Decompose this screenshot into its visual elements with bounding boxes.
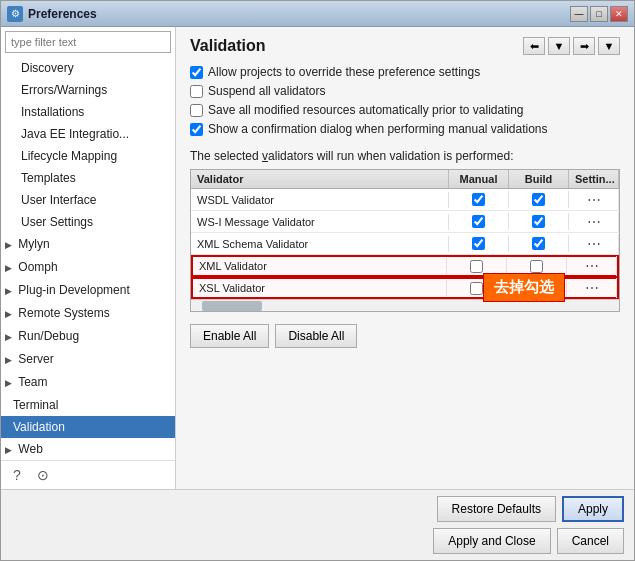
sidebar-item-validation[interactable]: Validation	[1, 416, 175, 438]
sidebar-item-server[interactable]: ▶ Server	[1, 348, 175, 371]
sidebar-item-remote-systems[interactable]: ▶ Remote Systems	[1, 302, 175, 325]
row-xml-name: XML Validator	[193, 258, 447, 274]
enable-disable-buttons: Enable All Disable All	[190, 324, 620, 348]
server-arrow: ▶	[5, 351, 15, 369]
bottom-bar: Restore Defaults Apply Apply and Close C…	[1, 489, 634, 560]
show-confirmation-label: Show a confirmation dialog when performi…	[208, 122, 548, 136]
dropdown-button[interactable]: ▼	[548, 37, 570, 55]
maximize-button[interactable]: □	[590, 6, 608, 22]
save-all-label: Save all modified resources automaticall…	[208, 103, 524, 117]
minimize-button[interactable]: —	[570, 6, 588, 22]
panel-title: Validation	[190, 37, 266, 55]
sidebar-bottom-icons: ? ⊙	[1, 460, 175, 489]
preferences-icon[interactable]: ⊙	[33, 465, 53, 485]
sidebar-item-plugin-development[interactable]: ▶ Plug-in Development	[1, 279, 175, 302]
checkbox-allow-override: Allow projects to override these prefere…	[190, 65, 620, 79]
row-xmlschema-build[interactable]	[509, 235, 569, 252]
bottom-row2: Apply and Close Cancel	[11, 528, 624, 554]
enable-all-button[interactable]: Enable All	[190, 324, 269, 348]
oomph-arrow: ▶	[5, 259, 15, 277]
table-header: Validator Manual Build Settin...	[191, 170, 619, 189]
show-confirmation-checkbox[interactable]	[190, 123, 203, 136]
sidebar: Discovery Errors/Warnings Installations …	[1, 27, 176, 489]
row-xml-settings[interactable]: ⋯	[567, 256, 617, 276]
row-xmlschema-name: XML Schema Validator	[191, 236, 449, 252]
sidebar-item-discovery[interactable]: Discovery	[1, 57, 175, 79]
sidebar-item-oomph[interactable]: ▶ Oomph	[1, 256, 175, 279]
checkbox-suspend-all: Suspend all validators	[190, 84, 620, 98]
annotation-box: 去掉勾选	[483, 273, 565, 302]
sidebar-item-mylyn[interactable]: ▶ Mylyn	[1, 233, 175, 256]
row-wsdl-build[interactable]	[509, 191, 569, 208]
apply-button[interactable]: Apply	[562, 496, 624, 522]
table-row-xmlschema: XML Schema Validator ⋯	[191, 233, 619, 255]
search-input[interactable]	[5, 31, 171, 53]
close-button[interactable]: ✕	[610, 6, 628, 22]
row-wsi-settings[interactable]: ⋯	[569, 212, 619, 232]
col-manual: Manual	[449, 170, 509, 188]
allow-override-checkbox[interactable]	[190, 66, 203, 79]
back-button[interactable]: ⬅	[523, 37, 545, 55]
checkbox-show-confirmation: Show a confirmation dialog when performi…	[190, 122, 620, 136]
disable-all-button[interactable]: Disable All	[275, 324, 357, 348]
sidebar-item-errors-warnings[interactable]: Errors/Warnings	[1, 79, 175, 101]
row-xml-build[interactable]	[507, 258, 567, 275]
sidebar-item-web[interactable]: ▶ Web	[1, 438, 175, 460]
table-row-wsdl: WSDL Validator ⋯	[191, 189, 619, 211]
web-arrow: ▶	[5, 441, 15, 459]
row-wsi-manual[interactable]	[449, 213, 509, 230]
col-build: Build	[509, 170, 569, 188]
row-xmlschema-settings[interactable]: ⋯	[569, 234, 619, 254]
row-wsdl-manual[interactable]	[449, 191, 509, 208]
sidebar-item-run-debug[interactable]: ▶ Run/Debug	[1, 325, 175, 348]
plugin-arrow: ▶	[5, 282, 15, 300]
titlebar-buttons: — □ ✕	[570, 6, 628, 22]
cancel-button[interactable]: Cancel	[557, 528, 624, 554]
row-wsi-name: WS-I Message Validator	[191, 214, 449, 230]
col-settings: Settin...	[569, 170, 619, 188]
panel-header: Validation ⬅ ▼ ➡ ▼	[190, 37, 620, 55]
sidebar-item-java-ee[interactable]: Java EE Integratio...	[1, 123, 175, 145]
preferences-window: ⚙ Preferences — □ ✕ Discovery Errors/War…	[0, 0, 635, 561]
checkbox-save-all: Save all modified resources automaticall…	[190, 103, 620, 117]
bottom-row1: Restore Defaults Apply	[11, 496, 624, 522]
mylyn-arrow: ▶	[5, 236, 15, 254]
sidebar-item-installations[interactable]: Installations	[1, 101, 175, 123]
col-validator: Validator	[191, 170, 449, 188]
allow-override-label: Allow projects to override these prefere…	[208, 65, 480, 79]
main-panel: Validation ⬅ ▼ ➡ ▼ Allow projects to ove…	[176, 27, 634, 489]
apply-and-close-button[interactable]: Apply and Close	[433, 528, 550, 554]
sidebar-item-team[interactable]: ▶ Team	[1, 371, 175, 394]
table-row-wsi: WS-I Message Validator ⋯	[191, 211, 619, 233]
sidebar-item-user-interface[interactable]: User Interface	[1, 189, 175, 211]
row-wsdl-settings[interactable]: ⋯	[569, 190, 619, 210]
validators-label: The selected validators will run when va…	[190, 149, 620, 163]
sidebar-item-templates[interactable]: Templates	[1, 167, 175, 189]
window-title: Preferences	[28, 7, 570, 21]
titlebar: ⚙ Preferences — □ ✕	[1, 1, 634, 27]
help-icon[interactable]: ?	[7, 465, 27, 485]
nav-buttons: ⬅ ▼ ➡ ▼	[523, 37, 620, 55]
sidebar-item-terminal[interactable]: Terminal	[1, 394, 175, 416]
suspend-all-label: Suspend all validators	[208, 84, 325, 98]
run-arrow: ▶	[5, 328, 15, 346]
sidebar-item-user-settings[interactable]: User Settings	[1, 211, 175, 233]
window-icon: ⚙	[7, 6, 23, 22]
row-xml-manual[interactable]	[447, 258, 507, 275]
tree-area: Discovery Errors/Warnings Installations …	[1, 57, 175, 460]
team-arrow: ▶	[5, 374, 15, 392]
sidebar-item-lifecycle-mapping[interactable]: Lifecycle Mapping	[1, 145, 175, 167]
save-all-checkbox[interactable]	[190, 104, 203, 117]
row-wsdl-name: WSDL Validator	[191, 192, 449, 208]
table-scrollbar-thumb	[202, 301, 262, 311]
suspend-all-checkbox[interactable]	[190, 85, 203, 98]
row-xsl-name: XSL Validator	[193, 280, 447, 296]
menu-button[interactable]: ▼	[598, 37, 620, 55]
row-xmlschema-manual[interactable]	[449, 235, 509, 252]
row-wsi-build[interactable]	[509, 213, 569, 230]
remote-arrow: ▶	[5, 305, 15, 323]
restore-defaults-button[interactable]: Restore Defaults	[437, 496, 556, 522]
forward-button[interactable]: ➡	[573, 37, 595, 55]
content-area: Discovery Errors/Warnings Installations …	[1, 27, 634, 489]
row-xsl-settings[interactable]: ⋯	[567, 278, 617, 298]
